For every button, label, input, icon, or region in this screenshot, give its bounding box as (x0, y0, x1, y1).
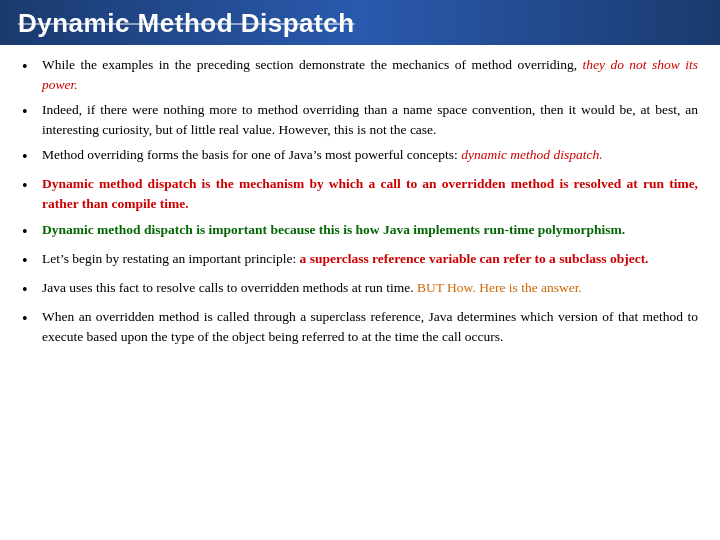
bullet-icon: • (22, 55, 38, 78)
text-highlight: dynamic method dispatch. (461, 147, 602, 162)
text-highlight: a superclass reference variable can refe… (300, 251, 649, 266)
bullet-icon: • (22, 100, 38, 123)
bullet-text: While the examples in the preceding sect… (42, 55, 698, 94)
text-normal: Let’s begin by restating an important pr… (42, 251, 300, 266)
list-item: • Java uses this fact to resolve calls t… (22, 278, 698, 301)
content-area: • While the examples in the preceding se… (0, 45, 720, 362)
bullet-text: Indeed, if there were nothing more to me… (42, 100, 698, 139)
list-item: • Dynamic method dispatch is important b… (22, 220, 698, 243)
bullet-icon: • (22, 220, 38, 243)
slide: Dynamic Method Dispatch • While the exam… (0, 0, 720, 540)
list-item: • When an overridden method is called th… (22, 307, 698, 346)
slide-title: Dynamic Method Dispatch (18, 8, 355, 38)
bullet-icon: • (22, 145, 38, 168)
bullet-text: Let’s begin by restating an important pr… (42, 249, 698, 269)
bullet-text: Method overriding forms the basis for on… (42, 145, 698, 165)
list-item: • While the examples in the preceding se… (22, 55, 698, 94)
bullet-text: Dynamic method dispatch is important bec… (42, 220, 698, 240)
text-highlight: Dynamic method dispatch is the mechanism… (42, 176, 698, 211)
list-item: • Let’s begin by restating an important … (22, 249, 698, 272)
list-item: • Indeed, if there were nothing more to … (22, 100, 698, 139)
text-normal: Method overriding forms the basis for on… (42, 147, 461, 162)
text-highlight: BUT How. Here is the answer. (417, 280, 582, 295)
bullet-icon: • (22, 249, 38, 272)
text-normal: While the examples in the preceding sect… (42, 57, 582, 72)
bullet-icon: • (22, 278, 38, 301)
bullet-text: Dynamic method dispatch is the mechanism… (42, 174, 698, 213)
bullet-icon: • (22, 307, 38, 330)
list-item: • Dynamic method dispatch is the mechani… (22, 174, 698, 213)
text-normal: Java uses this fact to resolve calls to … (42, 280, 417, 295)
list-item: • Method overriding forms the basis for … (22, 145, 698, 168)
bullet-text: Java uses this fact to resolve calls to … (42, 278, 698, 298)
bullet-icon: • (22, 174, 38, 197)
title-bar: Dynamic Method Dispatch (0, 0, 720, 45)
text-highlight: Dynamic method dispatch is important bec… (42, 222, 625, 237)
bullet-text: When an overridden method is called thro… (42, 307, 698, 346)
